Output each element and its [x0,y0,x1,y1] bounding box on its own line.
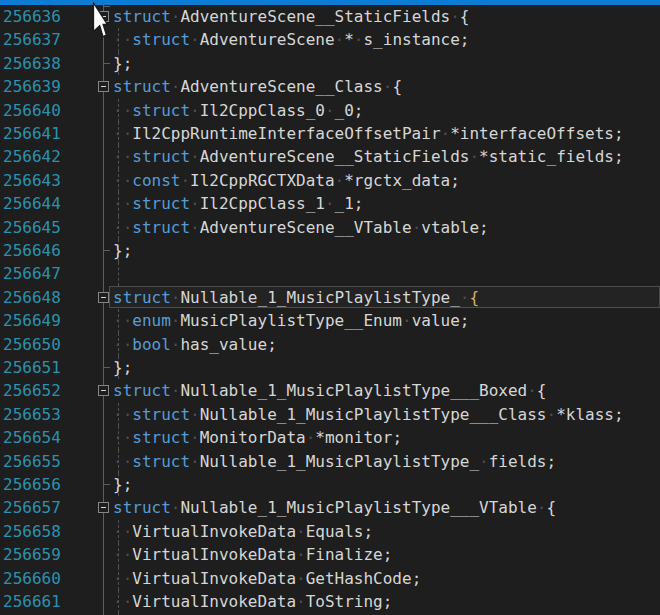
code-text: ··struct·AdventureScene__VTable·vtable; [113,216,489,239]
code-text: }; [113,239,132,262]
fold-collapse-button[interactable] [98,11,109,22]
code-text: }; [113,473,132,496]
fold-region-end-tick [104,367,110,368]
code-text: struct·Nullable_1_MusicPlaylistType___Bo… [113,379,547,402]
code-line[interactable]: 256640··struct·Il2CppClass_0·_0; [0,99,660,122]
line-number[interactable]: 256659 [3,543,61,566]
code-text: ··VirtualInvokeData·Equals; [113,520,373,543]
code-text: struct·Nullable_1_MusicPlaylistType_·{ [113,286,479,309]
code-text: ··bool·has_value; [113,333,277,356]
code-text: ··struct·Nullable_1_MusicPlaylistType___… [113,403,624,426]
code-line[interactable]: 256647 [0,262,660,285]
line-number[interactable]: 256646 [3,239,61,262]
code-text: ··VirtualInvokeData·GetHashCode; [113,567,421,590]
code-text: ··struct·Il2CppClass_1·_1; [113,192,363,215]
code-line[interactable]: 256649··enum·MusicPlaylistType__Enum·val… [0,309,660,332]
code-text: ··struct·MonitorData·*monitor; [113,426,402,449]
fold-collapse-button[interactable] [98,502,109,513]
code-line[interactable]: 256659··VirtualInvokeData·Finalize; [0,543,660,566]
code-text: }; [113,52,132,75]
fold-region-end-tick [104,484,110,485]
code-text: ··const·Il2CppRGCTXData·*rgctx_data; [113,169,460,192]
line-number[interactable]: 256649 [3,309,61,332]
code-text: ··struct·Nullable_1_MusicPlaylistType_·f… [113,450,556,473]
line-number[interactable]: 256660 [3,567,61,590]
line-number[interactable]: 256656 [3,473,61,496]
code-line[interactable]: 256653··struct·Nullable_1_MusicPlaylistT… [0,403,660,426]
code-line[interactable]: 256658··VirtualInvokeData·Equals; [0,520,660,543]
fold-collapse-button[interactable] [98,81,109,92]
line-number[interactable]: 256639 [3,75,61,98]
code-line[interactable]: 256651}; [0,356,660,379]
code-editor[interactable]: 256636struct·AdventureScene__StaticField… [0,0,660,615]
line-number[interactable]: 256651 [3,356,61,379]
code-text: ··struct·AdventureScene·*·s_instance; [113,28,469,51]
line-number[interactable]: 256644 [3,192,61,215]
code-line[interactable]: 256642··struct·AdventureScene__StaticFie… [0,145,660,168]
fold-region-end-tick [104,63,110,64]
line-number[interactable]: 256654 [3,426,61,449]
line-number[interactable]: 256647 [3,262,61,285]
code-line[interactable]: 256655··struct·Nullable_1_MusicPlaylistT… [0,450,660,473]
code-text: ··VirtualInvokeData·ToString; [113,590,392,613]
line-number[interactable]: 256643 [3,169,61,192]
line-number[interactable]: 256657 [3,496,61,519]
code-line[interactable]: 256650··bool·has_value; [0,333,660,356]
line-number[interactable]: 256636 [3,5,61,28]
code-line[interactable]: 256660··VirtualInvokeData·GetHashCode; [0,567,660,590]
code-text: ··Il2CppRuntimeInterfaceOffsetPair·*inte… [113,122,624,145]
line-number[interactable]: 256658 [3,520,61,543]
line-number[interactable]: 256638 [3,52,61,75]
code-text: ··enum·MusicPlaylistType__Enum·value; [113,309,469,332]
code-text: struct·AdventureScene__StaticFields·{ [113,5,469,28]
code-line[interactable]: 256641··Il2CppRuntimeInterfaceOffsetPair… [0,122,660,145]
code-line[interactable]: 256638}; [0,52,660,75]
indent-guide [118,262,120,285]
code-line[interactable]: 256654··struct·MonitorData·*monitor; [0,426,660,449]
code-text: ··struct·Il2CppClass_0·_0; [113,99,363,122]
code-text: struct·AdventureScene__Class·{ [113,75,402,98]
line-number[interactable]: 256653 [3,403,61,426]
code-text: }; [113,356,132,379]
line-number[interactable]: 256642 [3,145,61,168]
code-text: ··struct·AdventureScene__StaticFields·*s… [113,145,624,168]
fold-region-end-tick [104,250,110,251]
code-line[interactable]: 256661··VirtualInvokeData·ToString; [0,590,660,613]
code-text: ··VirtualInvokeData·Finalize; [113,543,392,566]
fold-collapse-button[interactable] [98,292,109,303]
code-line[interactable]: 256644··struct·Il2CppClass_1·_1; [0,192,660,215]
line-number[interactable]: 256648 [3,286,61,309]
code-text: struct·Nullable_1_MusicPlaylistType___VT… [113,496,556,519]
line-number[interactable]: 256661 [3,590,61,613]
code-line[interactable]: 256643··const·Il2CppRGCTXData·*rgctx_dat… [0,169,660,192]
line-number[interactable]: 256645 [3,216,61,239]
line-number[interactable]: 256650 [3,333,61,356]
line-number[interactable]: 256641 [3,122,61,145]
line-number[interactable]: 256652 [3,379,61,402]
fold-margin-line [103,5,104,615]
code-line[interactable]: 256637··struct·AdventureScene·*·s_instan… [0,28,660,51]
line-number[interactable]: 256640 [3,99,61,122]
line-number[interactable]: 256637 [3,28,61,51]
fold-collapse-button[interactable] [98,385,109,396]
line-number[interactable]: 256655 [3,450,61,473]
code-line[interactable]: 256646}; [0,239,660,262]
fold-region-end-tick [104,6,110,7]
code-line[interactable]: 256645··struct·AdventureScene__VTable·vt… [0,216,660,239]
code-line[interactable]: 256656}; [0,473,660,496]
